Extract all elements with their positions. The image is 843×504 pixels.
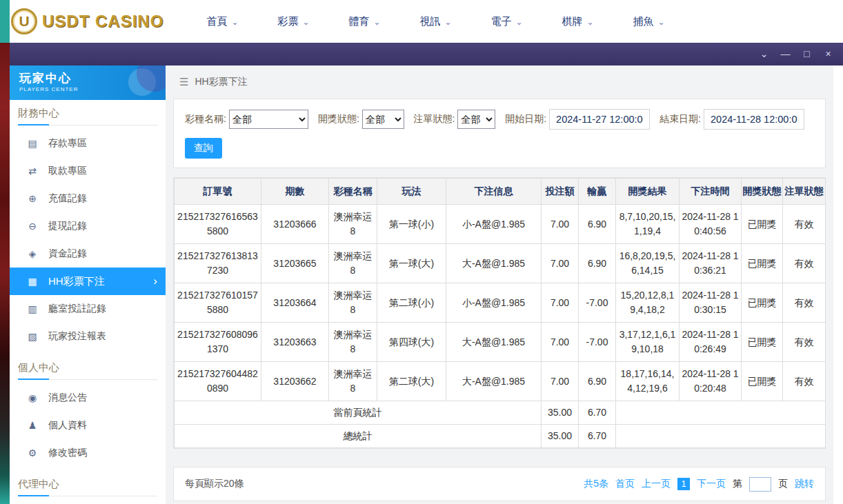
cell-bet-amount: 7.00 (542, 283, 579, 323)
sidebar-item-player-bet-report[interactable]: ▧ 玩家投注報表 (10, 323, 166, 350)
bets-table: 訂單號期數彩種名稱玩法下注信息投注額輸贏開獎結果下注時間開獎狀態注單狀態 215… (174, 178, 826, 448)
query-button[interactable]: 查詢 (185, 138, 222, 159)
summary-row-grand-total: 總統計 35.00 6.70 (175, 425, 826, 448)
cell-bet-amount: 7.00 (542, 205, 579, 244)
prev-page-link[interactable]: 上一页 (642, 478, 671, 490)
cell-bet-info: 小-A盤@1.985 (446, 205, 542, 244)
cell-lottery-name: 澳洲幸运8 (329, 323, 377, 362)
nav-item-lottery[interactable]: 彩票⌄ (258, 15, 329, 28)
cell-period: 31203665 (261, 244, 329, 283)
cell-order-status: 有效 (783, 323, 826, 362)
nav-item-live-video[interactable]: 視訊⌄ (400, 15, 471, 28)
chevron-right-icon: › (153, 274, 157, 288)
top-navigation: U USDT CASINO 首頁⌄ 彩票⌄ 體育⌄ 視訊⌄ 電子⌄ 棋牌⌄ 捕魚… (10, 0, 843, 43)
sidebar-item-hall-bet-record[interactable]: ▥ 廳室投註記錄 (10, 295, 166, 323)
pager: 共5条 首页 上一页 1 下一页 第 页 跳转 (584, 477, 814, 492)
jump-button[interactable]: 跳转 (795, 478, 814, 490)
column-header: 玩法 (377, 179, 446, 205)
draw-status-select[interactable]: 全部 (362, 110, 404, 129)
section-title: 財務中心 (18, 107, 59, 119)
page-title: HH彩票下注 (195, 76, 247, 88)
column-header: 注單狀態 (783, 179, 826, 205)
nav-item-fishing[interactable]: 捕魚⌄ (613, 15, 684, 28)
nav-item-home[interactable]: 首頁⌄ (187, 15, 258, 28)
sidebar-item-change-password[interactable]: ⚙ 修改密碼 (10, 439, 166, 467)
sidebar-item-label: 充值記錄 (48, 192, 87, 205)
end-date-label: 結束日期: (659, 113, 701, 125)
first-page-link[interactable]: 首页 (615, 478, 635, 490)
cell-draw-result: 3,17,12,1,6,19,10,18 (616, 323, 680, 362)
sidebar-item-hh-lottery-bet[interactable]: ▦ HH彩票下注 › (10, 268, 166, 295)
table-row: 2152173276138137230 31203665 澳洲幸运8 第一球(大… (175, 244, 826, 283)
sidebar-item-profile[interactable]: ♟ 個人資料 (10, 412, 166, 439)
sidebar-item-cashout-record[interactable]: ⊖ 提現記錄 (10, 212, 166, 240)
cell-win-loss: -7.00 (579, 283, 616, 323)
cell-bet-time: 2024-11-28 10:30:15 (680, 283, 742, 323)
hamburger-menu-icon[interactable]: ☰ (179, 76, 188, 88)
sidebar-item-announcements[interactable]: ◉ 消息公告 (10, 384, 166, 412)
order-status-select[interactable]: 全部 (457, 110, 495, 129)
page-size-text: 每頁顯示20條 (185, 478, 244, 490)
lottery-filter-label: 彩種名稱: (185, 113, 226, 125)
summary-bet-total: 35.00 (542, 401, 579, 425)
cell-win-loss: 6.90 (579, 244, 616, 283)
cell-draw-status: 已開獎 (742, 244, 783, 283)
sidebar-item-funds-record[interactable]: ◈ 資金記錄 (10, 240, 166, 268)
window-collapse-icon[interactable]: ⌄ (753, 43, 775, 65)
sidebar-item-recharge-record[interactable]: ⊕ 充值記錄 (10, 185, 166, 212)
cell-draw-status: 已開獎 (742, 323, 783, 362)
lottery-select[interactable]: 全部 (229, 110, 308, 129)
nav-item-label: 首頁 (206, 15, 227, 28)
sidebar-item-label: 存款專區 (48, 137, 87, 150)
nav-item-label: 電子 (490, 15, 511, 28)
chevron-down-icon: ⌄ (444, 16, 451, 27)
cell-draw-result: 15,20,12,8,19,4,18,2 (616, 283, 680, 323)
sidebar-item-label: 消息公告 (48, 392, 87, 404)
deposit-icon: ▤ (26, 138, 39, 149)
cell-order-id: 2152173276165635800 (175, 205, 261, 244)
cell-lottery-name: 澳洲幸运8 (329, 283, 377, 323)
chevron-down-icon: ⌄ (586, 16, 593, 27)
start-date-input[interactable] (549, 109, 650, 130)
end-date-input[interactable] (704, 109, 804, 130)
cell-win-loss: -7.00 (579, 323, 616, 362)
next-page-link[interactable]: 下一页 (697, 478, 726, 490)
jump-prefix-label: 第 (733, 478, 742, 490)
bets-table-panel: 訂單號期數彩種名稱玩法下注信息投注額輸贏開獎結果下注時間開獎狀態注單狀態 215… (173, 177, 826, 449)
sidebar-item-label: HH彩票下注 (48, 275, 105, 288)
page-edge-teal (0, 0, 10, 43)
sidebar-item-withdraw[interactable]: ⇄ 取款專區 (10, 157, 166, 185)
sidebar-item-label: 資金記錄 (48, 248, 87, 260)
nav-item-sports[interactable]: 體育⌄ (329, 15, 400, 28)
window-maximize-icon[interactable]: □ (796, 43, 817, 65)
brand-logo[interactable]: U USDT CASINO (10, 8, 172, 34)
chevron-down-icon: ⌄ (302, 16, 309, 27)
summary-bet-total: 35.00 (542, 425, 579, 448)
window-close-icon[interactable]: × (817, 43, 839, 65)
player-center-window: 玩家中心 PLAYERS CENTER 財務中心 ▤ 存款專區 ⇄ 取款專區 ⊕… (10, 65, 833, 504)
summary-win-loss: 6.70 (579, 425, 616, 448)
column-header: 彩種名稱 (329, 179, 377, 205)
nav-item-card-games[interactable]: 棋牌⌄ (542, 15, 613, 28)
page-jump-input[interactable] (749, 477, 771, 492)
cell-period: 31203666 (261, 205, 329, 244)
cell-lottery-name: 澳洲幸运8 (329, 205, 377, 244)
nav-item-slots[interactable]: 電子⌄ (471, 15, 542, 28)
cell-order-id: 2152173276080961370 (175, 323, 261, 362)
column-header: 下注時間 (680, 179, 742, 205)
cell-play-type: 第一球(小) (377, 205, 446, 244)
cell-play-type: 第二球(小) (377, 283, 446, 323)
sidebar: 玩家中心 PLAYERS CENTER 財務中心 ▤ 存款專區 ⇄ 取款專區 ⊕… (10, 65, 166, 504)
lottery-bet-icon: ▦ (26, 276, 39, 287)
current-page-indicator[interactable]: 1 (677, 478, 690, 490)
cell-play-type: 第二球(大) (377, 362, 446, 401)
order-status-filter-label: 注單狀態: (414, 113, 455, 125)
sidebar-item-deposit[interactable]: ▤ 存款專區 (10, 130, 166, 157)
cell-draw-status: 已開獎 (742, 205, 783, 244)
cell-order-id: 2152173276138137230 (175, 244, 261, 283)
start-date-label: 開始日期: (505, 113, 546, 125)
column-header: 輸贏 (579, 179, 616, 205)
cell-bet-time: 2024-11-28 10:20:48 (680, 362, 742, 401)
window-minimize-icon[interactable]: — (775, 43, 796, 65)
cell-lottery-name: 澳洲幸运8 (329, 362, 377, 401)
